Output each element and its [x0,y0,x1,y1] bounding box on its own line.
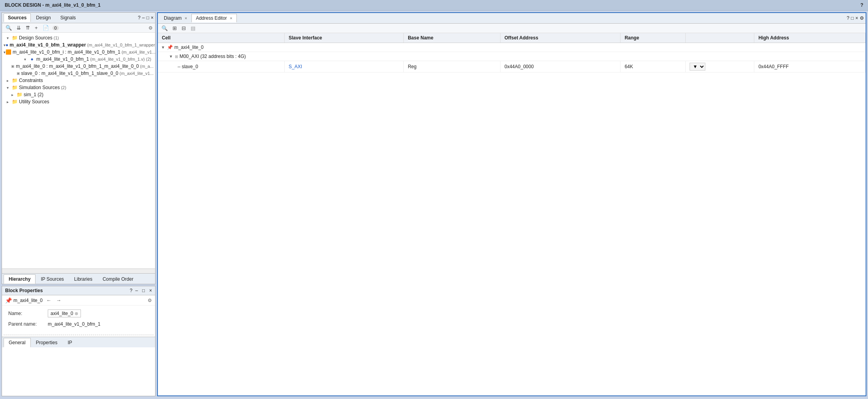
bp-forward-button[interactable]: → [55,297,62,304]
ae-table-area[interactable]: Cell Slave Interface Base Name Offset Ad… [158,33,866,395]
sim-sources-count: (2) [60,85,66,90]
bp-help-icon[interactable]: ? [130,288,133,293]
tree-sim-sources[interactable]: ▾ 📁 Simulation Sources (2) [2,84,155,91]
expand-all-button[interactable]: ⇈ [24,24,31,31]
settings-icon[interactable]: ⚙ [148,25,153,31]
ae-tab-address[interactable]: Address Editor × [191,14,236,22]
tab-design[interactable]: Design [32,13,55,22]
arrow-sim-sources: ▾ [7,86,11,90]
slave-icon: ═ [178,65,180,69]
ae-assign-button[interactable]: ▤ [189,25,197,32]
bfm-1-sub: (m_axi4_lite_v1_0_bfm_1.v) (2) [89,57,151,62]
folder-icon-sim1: 📁 [16,92,22,97]
tree-slave-leaf[interactable]: ▸ ▣ slave_0 : m_axi4_lite_v1_0_bfm_1_sla… [2,70,155,77]
cell-base-name: Reg [404,61,501,73]
left-panel: Sources Design Signals ? – □ × 🔍 ⇊ ⇈ + 📄… [2,12,156,396]
bp-min-icon[interactable]: – [134,288,139,293]
tree-bfm-i[interactable]: ▾ 🟧 m_axi4_lite_v1_0_bfm_i : m_axi4_lite… [2,48,155,56]
sources-tree[interactable]: ▾ 📁 Design Sources (1) ▾ ● m_axi4_lite_v… [2,33,155,268]
ae-max-icon[interactable]: □ [851,15,854,21]
bp-name-row: Name: axi4_lite_0 ⊗ [8,310,149,317]
tab-signals[interactable]: Signals [56,13,80,22]
ae-address-close[interactable]: × [230,16,232,21]
tree-axi-leaf[interactable]: ▸ ▣ m_axi4_lite_0 : m_axi4_lite_v1_0_bfm… [2,63,155,70]
minimize-icon-sources[interactable]: – [142,15,145,21]
tree-sim-1[interactable]: ▸ 📁 sim_1 (2) [2,91,155,98]
tree-wrapper[interactable]: ▾ ● m_axi4_lite_v1_0_bfm_1_wrapper (m_ax… [2,41,155,48]
bp-name-clear[interactable]: ⊗ [75,311,78,316]
ae-auto-assign-button[interactable]: ⊞ [171,25,178,32]
table-row-group: ▾ 📌 m_axi4_lite_0 [158,43,866,52]
cell-offset-address[interactable]: 0x44A0_0000 [501,61,621,73]
axi-leaf-sub: (m_a... [139,64,154,69]
expand-icon-subgroup[interactable]: ▾ [170,54,172,59]
folder-icon-constraints: 📁 [11,78,18,83]
pin-icon-group: 📌 [167,45,173,50]
ae-unassign-button[interactable]: ⊟ [180,25,187,32]
tree-design-sources[interactable]: ▾ 📁 Design Sources (1) [2,34,155,41]
search-button[interactable]: 🔍 [4,24,13,31]
gray-icon-slave: ▣ [17,71,20,75]
sim-sources-label: Simulation Sources [19,85,60,90]
col-range: Range [621,33,686,43]
maximize-icon-sources[interactable]: □ [146,15,149,21]
ae-search-button[interactable]: 🔍 [160,25,169,32]
ae-close-icon[interactable]: × [855,15,858,21]
help-icon-sources[interactable]: ? [138,15,141,21]
arrow-utility: ▸ [7,100,11,104]
bp-tab-general[interactable]: General [4,338,31,347]
bp-title: Block Properties [5,288,130,293]
bp-max-icon[interactable]: □ [141,288,146,293]
sources-bottom-tabs: Hierarchy IP Sources Libraries Compile O… [2,273,155,284]
ae-diagram-close[interactable]: × [185,16,187,21]
bp-tab-ip[interactable]: IP [62,338,77,347]
bp-block-name: 📌 m_axi4_lite_0 [5,297,43,304]
bottom-tab-ip-sources[interactable]: IP Sources [36,274,69,284]
col-cell: Cell [158,33,285,43]
bfm-i-sub: (m_axi4_lite_v1... [120,50,155,54]
group-label: m_axi4_lite_0 [174,45,204,50]
bottom-tab-compile-order[interactable]: Compile Order [97,274,139,284]
cell-slave-interface: S_AXI [285,61,404,73]
ae-settings-icon[interactable]: ⚙ [860,15,864,21]
sources-tab-bar: Sources Design Signals ? – □ × [2,13,155,23]
sources-toolbar: 🔍 ⇊ ⇈ + 📄 0 ⚙ [2,23,155,33]
bp-close-icon[interactable]: × [148,288,152,293]
expand-icon-group[interactable]: ▾ [162,45,164,50]
bp-name-text[interactable]: axi4_lite_0 [51,311,73,316]
tree-bfm-1[interactable]: ▾ ● m_axi4_lite_v1_0_bfm_1 (m_axi4_lite_… [2,56,155,63]
col-high-address: High Address [754,33,866,43]
design-sources-label: Design Sources [19,35,52,41]
bottom-tab-hierarchy[interactable]: Hierarchy [4,274,36,284]
bp-bottom-tabs: General Properties IP [2,337,155,347]
range-select[interactable]: ▼ [690,63,705,71]
sources-panel: Sources Design Signals ? – □ × 🔍 ⇊ ⇈ + 📄… [2,12,156,284]
help-icon[interactable]: ? [861,2,863,8]
add-button[interactable]: + [34,24,39,31]
col-slave-interface: Slave Interface [285,33,404,43]
cell-subgroup: ▾ ⊞ M00_AXI (32 address bits : 4G) [158,52,866,61]
file-button[interactable]: 📄 [41,24,50,31]
table-row-data[interactable]: ═ slave_0 S_AXI Reg 0x44A0_0000 64K ▼ [158,61,866,73]
constraints-label: Constraints [19,78,43,83]
design-sources-count: (1) [52,35,59,40]
collapse-all-button[interactable]: ⇊ [15,24,22,31]
bottom-tab-libraries[interactable]: Libraries [69,274,97,284]
bp-tab-properties[interactable]: Properties [31,338,63,347]
horizontal-scrollbar[interactable] [2,268,155,273]
ae-help-icon[interactable]: ? [847,15,849,21]
slave-interface-link[interactable]: S_AXI [289,64,302,69]
title-bar: BLOCK DESIGN - m_axi4_lite_v1_0_bfm_1 ? [0,0,868,11]
col-offset-address: Offset Address [501,33,621,43]
tab-sources[interactable]: Sources [4,13,31,22]
cell-slave-name: ═ slave_0 [158,61,285,73]
close-icon-sources[interactable]: × [151,15,154,21]
orange-icon-bfm-i: 🟧 [6,49,11,55]
tree-constraints[interactable]: ▸ 📁 Constraints [2,77,155,84]
bp-back-button[interactable]: ← [45,297,52,304]
ae-tab-diagram[interactable]: Diagram × [159,14,191,22]
bp-settings-icon[interactable]: ⚙ [148,298,152,303]
cell-range-dropdown[interactable]: ▼ [686,61,754,73]
address-editor-panel: Diagram × Address Editor × ? □ × ⚙ 🔍 ⊞ ⊟… [157,12,866,396]
tree-utility-sources[interactable]: ▸ 📁 Utility Sources [2,98,155,105]
